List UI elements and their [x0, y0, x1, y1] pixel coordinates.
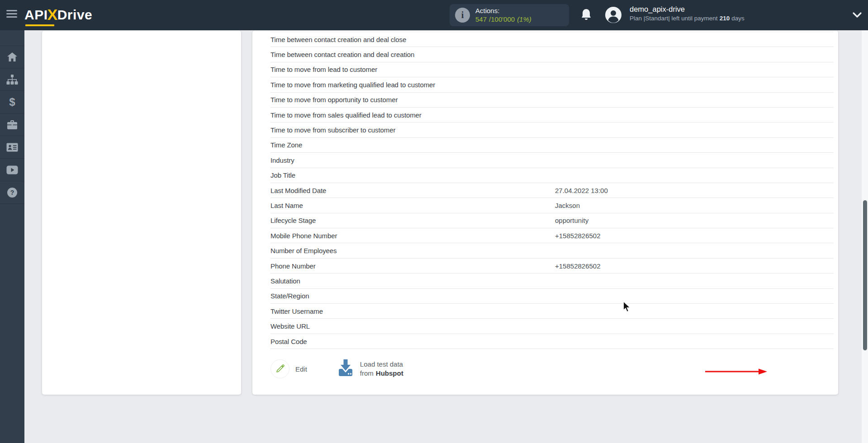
- load-service-name: Hubspot: [376, 369, 403, 378]
- field-label: Time between contact creation and deal c…: [270, 51, 555, 58]
- load-from: from: [360, 369, 374, 378]
- plan-days-suffix: days: [731, 15, 745, 22]
- table-row: Last NameJackson: [270, 198, 834, 213]
- sidebar-item-help[interactable]: ?: [0, 181, 24, 204]
- menu-icon[interactable]: [6, 10, 18, 19]
- user-avatar[interactable]: [605, 6, 622, 24]
- table-row: State/Region: [270, 289, 834, 304]
- table-row: Twitter Username: [270, 304, 834, 319]
- field-value: opportunity: [555, 217, 834, 224]
- table-row: Time between contact creation and deal c…: [270, 47, 834, 62]
- field-label: Mobile Phone Number: [270, 232, 555, 240]
- logo-text-api: API: [24, 7, 48, 22]
- briefcase-icon: [7, 120, 18, 130]
- download-icon: [337, 359, 354, 379]
- fields-table: Time between contact creation and deal c…: [270, 32, 834, 349]
- field-label: Time to move from opportunity to custome…: [270, 96, 555, 104]
- user-menu[interactable]: demo_apix-drive Plan |Standart| left unt…: [630, 5, 745, 22]
- load-test-data-label: Load test data from Hubspot: [360, 360, 403, 378]
- logo-underline: [25, 24, 54, 26]
- fields-panel-card: Time between contact creation and deal c…: [252, 31, 838, 395]
- sidebar-item-billing[interactable]: $: [0, 91, 24, 113]
- table-row: Time to move from marketing qualified le…: [270, 77, 834, 92]
- table-row: Time to move from opportunity to custome…: [270, 93, 834, 108]
- table-row: Number of Employees: [270, 243, 834, 258]
- help-icon: ?: [7, 187, 18, 198]
- field-label: Industry: [270, 156, 555, 164]
- field-label: Time to move from marketing qualified le…: [270, 81, 555, 89]
- user-name: demo_apix-drive: [630, 5, 745, 14]
- integrations-icon: [6, 74, 18, 85]
- dollar-icon: $: [9, 97, 15, 108]
- table-row: Phone Number+15852826502: [270, 259, 834, 273]
- apixdrive-logo[interactable]: APIXDrive: [24, 5, 92, 23]
- table-row: Time to move from sales qualified lead t…: [270, 108, 834, 123]
- field-label: Last Name: [270, 202, 555, 209]
- home-icon: [7, 52, 18, 62]
- actions-total: /100'000: [489, 15, 515, 24]
- table-row: Time to move from lead to customer: [270, 62, 834, 77]
- plan-text: Plan |Standart| left until payment: [630, 15, 718, 22]
- user-plan-line: Plan |Standart| left until payment 210 d…: [630, 15, 745, 22]
- table-row: Time Zone: [270, 138, 834, 153]
- field-value: +15852826502: [555, 232, 834, 240]
- edit-button[interactable]: Edit: [270, 359, 307, 378]
- field-label: Lifecycle Stage: [270, 217, 555, 224]
- chevron-down-icon[interactable]: [852, 12, 862, 18]
- edit-label: Edit: [295, 365, 307, 373]
- sidebar-item-youtube[interactable]: [0, 159, 24, 181]
- actions-percent: (1%): [517, 15, 531, 24]
- sidebar-item-contacts[interactable]: [0, 136, 24, 159]
- field-label: Time Zone: [270, 141, 555, 149]
- left-panel-card: [42, 31, 241, 395]
- load-line2: from Hubspot: [360, 369, 403, 378]
- field-label: State/Region: [270, 292, 555, 300]
- table-row: Salutation: [270, 273, 834, 288]
- actions-counter: 547 /100'000 (1%): [475, 15, 531, 24]
- table-row: Time between contact creation and deal c…: [270, 32, 834, 47]
- table-row: Mobile Phone Number+15852826502: [270, 228, 834, 243]
- field-value: +15852826502: [555, 262, 834, 270]
- field-label: Time to move from sales qualified lead t…: [270, 111, 555, 119]
- field-label: Time to move from subscriber to customer: [270, 126, 555, 134]
- annotation-arrow: [704, 368, 768, 375]
- table-row: Postal Code: [270, 334, 834, 349]
- field-label: Time between contact creation and deal c…: [270, 36, 555, 43]
- notifications-bell-icon[interactable]: [580, 8, 592, 21]
- logo-text-x: X: [47, 6, 58, 23]
- field-label: Number of Employees: [270, 247, 555, 254]
- left-sidebar: $: [0, 30, 24, 443]
- logo-text-drive: Drive: [57, 7, 93, 22]
- field-label: Job Title: [270, 171, 555, 179]
- load-test-data-button[interactable]: Load test data from Hubspot: [337, 359, 403, 379]
- page-scrollbar-track: [862, 30, 868, 443]
- table-row: Website URL: [270, 319, 834, 334]
- top-header: APIXDrive i Actions: 547 /100'000 (1%) d…: [0, 0, 868, 30]
- plan-days-value: 210: [720, 15, 730, 22]
- table-row: Last Modified Date27.04.2022 13:00: [270, 183, 834, 198]
- field-label: Twitter Username: [270, 307, 555, 315]
- pencil-icon: [270, 359, 289, 378]
- sidebar-item-home[interactable]: [0, 46, 24, 68]
- actions-label: Actions:: [475, 7, 531, 15]
- table-row: Lifecycle Stageopportunity: [270, 213, 834, 228]
- actions-counter-box: i Actions: 547 /100'000 (1%): [450, 4, 569, 26]
- field-value: 27.04.2022 13:00: [555, 187, 834, 194]
- field-label: Last Modified Date: [270, 187, 555, 194]
- table-row: Time to move from subscriber to customer: [270, 123, 834, 137]
- load-line1: Load test data: [360, 360, 403, 369]
- field-value: Jackson: [555, 202, 834, 209]
- field-label: Website URL: [270, 322, 555, 330]
- svg-text:?: ?: [10, 189, 14, 196]
- field-label: Time to move from lead to customer: [270, 66, 555, 73]
- table-row: Job Title: [270, 168, 834, 183]
- info-icon: i: [455, 8, 470, 23]
- actions-used: 547: [475, 15, 487, 24]
- youtube-icon: [6, 165, 18, 174]
- contact-card-icon: [6, 143, 18, 152]
- sidebar-item-integrations[interactable]: [0, 68, 24, 91]
- field-label: Phone Number: [270, 262, 555, 270]
- table-row: Industry: [270, 153, 834, 168]
- page-scrollbar-thumb[interactable]: [863, 200, 867, 350]
- sidebar-item-services[interactable]: [0, 113, 24, 136]
